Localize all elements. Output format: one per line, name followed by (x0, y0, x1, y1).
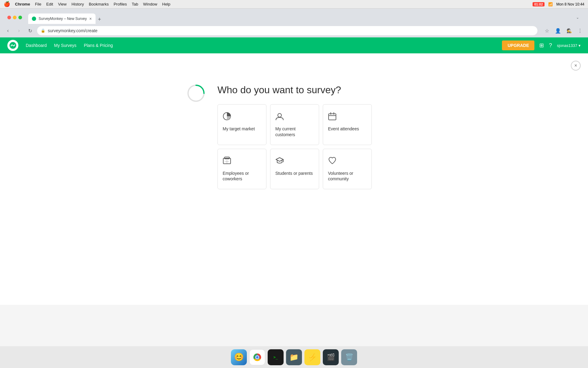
profile-icon[interactable]: 👤 (554, 26, 562, 35)
wizard-content: Who do you want to survey? (217, 84, 401, 189)
nav-dashboard[interactable]: Dashboard (26, 43, 47, 48)
card-current-customers[interactable]: My current customers (270, 104, 319, 145)
card-current-customers-label: My current customers (275, 126, 314, 137)
dock-chrome[interactable] (249, 349, 265, 365)
sm-logo (7, 40, 18, 51)
tab-favicon (32, 17, 36, 21)
address-bar[interactable]: 🔒 surveymonkey.com/create (37, 26, 538, 36)
target-market-icon (223, 112, 231, 122)
bookmarks-menu[interactable]: Bookmarks (89, 2, 109, 6)
app-container: Dashboard My Surveys Plans & Pricing UPG… (0, 37, 588, 305)
nav-my-surveys[interactable]: My Surveys (54, 43, 77, 48)
svg-point-16 (256, 356, 258, 358)
wizard-title: Who do you want to survey? (217, 84, 401, 96)
back-btn[interactable]: ‹ (4, 26, 12, 35)
active-tab[interactable]: SurveyMonkey – New Survey × (28, 13, 96, 24)
volunteers-icon (328, 156, 337, 167)
event-attendees-icon (328, 112, 337, 122)
tab-bar: SurveyMonkey – New Survey × + (26, 11, 571, 24)
dock-files[interactable]: 📁 (286, 349, 302, 365)
main-content: × ‹ Who do you want to survey? (0, 53, 588, 305)
file-menu[interactable]: File (35, 2, 41, 6)
window-maximize-btn[interactable] (18, 16, 22, 19)
tab-close-btn[interactable]: × (89, 16, 92, 21)
card-volunteers[interactable]: Volunteers or community (323, 149, 372, 189)
clock: Mon 8 Nov 10:44 (556, 2, 584, 6)
browser-chrome: SurveyMonkey – New Survey × + ⌄ ‹ › ↻ 🔒 … (0, 9, 588, 37)
card-target-market-label: My target market (223, 126, 255, 132)
wizard-layout: Who do you want to survey? (187, 84, 401, 189)
card-event-attendees-label: Event attendees (328, 126, 359, 132)
dock-lightning[interactable]: ⚡ (304, 349, 320, 365)
svg-point-4 (278, 113, 281, 117)
nav-bar: ‹ › ↻ 🔒 surveymonkey.com/create ☆ 👤 🕵 ⋮ (0, 24, 588, 37)
card-students[interactable]: Students or parents (270, 149, 319, 189)
window-menu[interactable]: Window (143, 2, 157, 6)
progress-circle (187, 84, 205, 102)
card-employees[interactable]: Employees or coworkers (217, 149, 266, 189)
apple-menu[interactable]: 🍎 (4, 1, 10, 7)
extensions-btn[interactable]: ⋮ (576, 26, 584, 35)
dock: 😊 >_ 📁 ⚡ 🎬 🗑️ (0, 346, 588, 368)
battery-icon: 01:02 (533, 2, 544, 6)
svg-rect-5 (329, 114, 336, 120)
tab-list-btn[interactable]: ⌄ (573, 13, 582, 22)
wifi-icon: 📶 (548, 2, 553, 6)
window-minimize-btn[interactable] (13, 16, 17, 19)
current-customers-icon (275, 112, 284, 122)
new-tab-btn[interactable]: + (97, 15, 103, 24)
forward-btn[interactable]: › (15, 26, 23, 35)
help-icon[interactable]: ? (549, 42, 552, 49)
history-menu[interactable]: History (71, 2, 84, 6)
nav-right-icons: ☆ 👤 🕵 ⋮ (543, 26, 584, 35)
chrome-menu[interactable]: Chrome (15, 2, 30, 6)
reload-btn[interactable]: ↻ (26, 26, 34, 35)
grid-icon[interactable]: ⊞ (539, 42, 544, 49)
card-students-label: Students or parents (275, 171, 313, 176)
lock-icon: 🔒 (41, 29, 45, 33)
macos-menubar: 🍎 Chrome File Edit View History Bookmark… (0, 0, 588, 9)
user-menu[interactable]: sjonas1337 ▾ (557, 43, 581, 48)
upgrade-button[interactable]: UPGRADE (502, 40, 534, 50)
edit-menu[interactable]: Edit (46, 2, 53, 6)
dock-film[interactable]: 🎬 (323, 349, 339, 365)
user-label: sjonas1337 (557, 43, 578, 48)
window-close-btn[interactable] (7, 16, 11, 19)
card-event-attendees[interactable]: Event attendees (323, 104, 372, 145)
bookmark-icon[interactable]: ☆ (543, 26, 551, 35)
card-grid: My target market My current customers (217, 104, 401, 189)
profiles-menu[interactable]: Profiles (114, 2, 127, 6)
card-target-market[interactable]: My target market (217, 104, 266, 145)
user-chevron-icon: ▾ (579, 43, 581, 48)
sm-navbar: Dashboard My Surveys Plans & Pricing UPG… (0, 37, 588, 53)
view-menu[interactable]: View (58, 2, 66, 6)
incognito-icon[interactable]: 🕵 (565, 26, 573, 35)
nav-plans[interactable]: Plans & Pricing (84, 43, 113, 48)
tab-menu[interactable]: Tab (132, 2, 138, 6)
card-volunteers-label: Volunteers or community (328, 171, 367, 182)
dock-terminal[interactable]: >_ (268, 349, 284, 365)
employees-icon (223, 156, 231, 167)
window-controls (4, 13, 26, 22)
battery-time: 01:02 (533, 2, 544, 6)
students-icon (275, 156, 284, 167)
tab-title: SurveyMonkey – New Survey (39, 17, 87, 21)
close-wizard-btn[interactable]: × (571, 61, 581, 71)
help-menu[interactable]: Help (162, 2, 171, 6)
card-employees-label: Employees or coworkers (223, 171, 261, 182)
dock-finder[interactable]: 😊 (231, 349, 247, 365)
dock-trash[interactable]: 🗑️ (341, 349, 357, 365)
sm-navbar-right: UPGRADE ⊞ ? sjonas1337 ▾ (502, 40, 581, 50)
address-text: surveymonkey.com/create (48, 28, 534, 33)
